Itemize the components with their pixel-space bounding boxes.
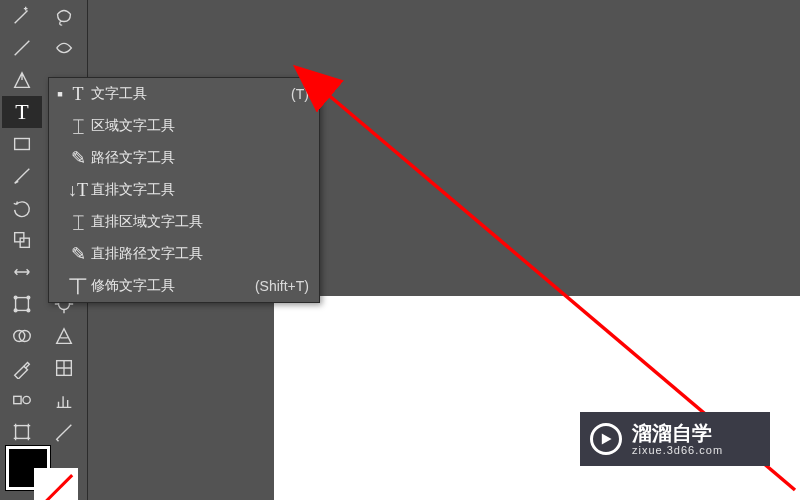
vertical-path-type-icon: ✎ — [65, 243, 91, 265]
watermark-url: zixue.3d66.com — [632, 444, 723, 456]
tool-width[interactable] — [2, 256, 42, 288]
tool-mesh[interactable] — [44, 352, 84, 384]
stroke-swatch[interactable] — [34, 468, 78, 500]
tool-graph[interactable] — [44, 384, 84, 416]
flyout-item-area-type[interactable]: ⌶ 区域文字工具 — [49, 110, 319, 142]
tool-scale[interactable] — [2, 224, 42, 256]
svg-rect-0 — [15, 139, 30, 150]
svg-rect-10 — [14, 396, 21, 403]
flyout-item-shortcut: (Shift+T) — [255, 278, 309, 294]
flyout-item-label: 区域文字工具 — [91, 117, 309, 135]
svg-marker-22 — [602, 433, 612, 444]
tool-free-transform[interactable] — [2, 288, 42, 320]
tool-line-segment[interactable] — [2, 32, 42, 64]
tool-blend[interactable] — [2, 384, 42, 416]
vertical-area-type-icon: ⌶ — [65, 212, 91, 233]
flyout-selected-dot: ■ — [55, 89, 65, 99]
color-swatches — [0, 442, 88, 500]
tool-rectangle[interactable] — [2, 128, 42, 160]
watermark-badge: 溜溜自学 zixue.3d66.com — [580, 412, 770, 466]
type-tool-icon: T — [65, 84, 91, 105]
flyout-item-type[interactable]: ■ T 文字工具 (T) — [49, 78, 319, 110]
flyout-item-label: 直排文字工具 — [91, 181, 309, 199]
tool-eyedropper[interactable] — [2, 352, 42, 384]
tool-arc[interactable] — [44, 32, 84, 64]
svg-rect-12 — [16, 426, 29, 439]
flyout-item-label: 直排路径文字工具 — [91, 245, 309, 263]
type-tool-flyout: ■ T 文字工具 (T) ⌶ 区域文字工具 ✎ 路径文字工具 ↓T 直排文字工具… — [48, 77, 320, 303]
svg-point-11 — [23, 396, 30, 403]
tool-shape-builder[interactable] — [2, 320, 42, 352]
svg-rect-2 — [20, 238, 29, 247]
flyout-item-label: 文字工具 — [91, 85, 291, 103]
flyout-item-label: 直排区域文字工具 — [91, 213, 309, 231]
flyout-item-vertical-path-type[interactable]: ✎ 直排路径文字工具 — [49, 238, 319, 270]
area-type-icon: ⌶ — [65, 116, 91, 137]
watermark-title: 溜溜自学 — [632, 422, 723, 444]
svg-rect-3 — [16, 298, 29, 311]
tool-rotate[interactable] — [2, 192, 42, 224]
touch-type-icon: 丅 — [65, 274, 91, 298]
flyout-item-vertical-type[interactable]: ↓T 直排文字工具 — [49, 174, 319, 206]
tool-magic-wand[interactable] — [2, 0, 42, 32]
vertical-type-icon: ↓T — [65, 180, 91, 201]
path-type-icon: ✎ — [65, 147, 91, 169]
tool-brush[interactable] — [2, 160, 42, 192]
flyout-item-shortcut: (T) — [291, 86, 309, 102]
svg-rect-1 — [15, 233, 24, 242]
flyout-item-vertical-area-type[interactable]: ⌶ 直排区域文字工具 — [49, 206, 319, 238]
tool-perspective[interactable] — [44, 320, 84, 352]
flyout-item-touch-type[interactable]: 丅 修饰文字工具 (Shift+T) — [49, 270, 319, 302]
flyout-item-label: 修饰文字工具 — [91, 277, 255, 295]
play-icon — [590, 423, 622, 455]
flyout-item-path-type[interactable]: ✎ 路径文字工具 — [49, 142, 319, 174]
document-canvas[interactable] — [274, 296, 800, 500]
tool-pen[interactable] — [2, 64, 42, 96]
tool-lasso[interactable] — [44, 0, 84, 32]
flyout-item-label: 路径文字工具 — [91, 149, 309, 167]
tool-type[interactable]: T — [2, 96, 42, 128]
